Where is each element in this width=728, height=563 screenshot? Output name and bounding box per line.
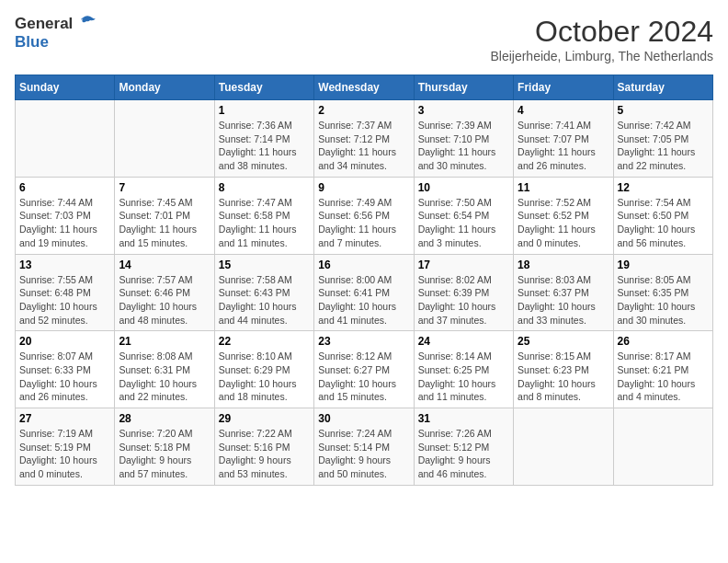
day-number: 30 xyxy=(318,412,409,425)
day-info: Sunrise: 8:08 AM Sunset: 6:31 PM Dayligh… xyxy=(119,350,210,404)
day-info: Sunrise: 7:37 AM Sunset: 7:12 PM Dayligh… xyxy=(318,119,409,173)
day-info: Sunrise: 7:24 AM Sunset: 5:14 PM Dayligh… xyxy=(318,427,409,481)
week-row-2: 6Sunrise: 7:44 AM Sunset: 7:03 PM Daylig… xyxy=(16,177,713,254)
day-info: Sunrise: 7:44 AM Sunset: 7:03 PM Dayligh… xyxy=(19,196,110,250)
day-number: 10 xyxy=(418,181,509,194)
day-cell xyxy=(514,408,613,486)
day-cell: 1Sunrise: 7:36 AM Sunset: 7:14 PM Daylig… xyxy=(214,100,313,178)
day-number: 27 xyxy=(19,412,110,425)
day-info: Sunrise: 7:58 AM Sunset: 6:43 PM Dayligh… xyxy=(219,273,310,327)
day-header-thursday: Thursday xyxy=(414,75,513,100)
day-cell: 16Sunrise: 8:00 AM Sunset: 6:41 PM Dayli… xyxy=(314,254,414,331)
day-cell: 13Sunrise: 7:55 AM Sunset: 6:48 PM Dayli… xyxy=(16,254,115,331)
day-cell xyxy=(115,100,214,178)
day-info: Sunrise: 7:50 AM Sunset: 6:54 PM Dayligh… xyxy=(418,196,509,250)
day-cell: 19Sunrise: 8:05 AM Sunset: 6:35 PM Dayli… xyxy=(613,254,712,331)
page-header: General Blue October 2024 Bleijerheide, … xyxy=(15,15,713,63)
day-number: 26 xyxy=(618,335,709,348)
day-info: Sunrise: 7:26 AM Sunset: 5:12 PM Dayligh… xyxy=(418,427,509,481)
day-number: 2 xyxy=(318,104,409,117)
day-cell: 21Sunrise: 8:08 AM Sunset: 6:31 PM Dayli… xyxy=(115,331,214,408)
calendar-table: SundayMondayTuesdayWednesdayThursdayFrid… xyxy=(15,75,713,486)
day-number: 5 xyxy=(618,104,709,117)
day-number: 6 xyxy=(19,181,110,194)
day-cell: 22Sunrise: 8:10 AM Sunset: 6:29 PM Dayli… xyxy=(214,331,313,408)
day-number: 20 xyxy=(19,335,110,348)
day-number: 12 xyxy=(618,181,709,194)
day-info: Sunrise: 7:19 AM Sunset: 5:19 PM Dayligh… xyxy=(19,427,110,481)
day-number: 7 xyxy=(119,181,210,194)
day-cell: 14Sunrise: 7:57 AM Sunset: 6:46 PM Dayli… xyxy=(115,254,214,331)
day-info: Sunrise: 7:54 AM Sunset: 6:50 PM Dayligh… xyxy=(618,196,709,250)
day-number: 23 xyxy=(318,335,409,348)
day-cell: 5Sunrise: 7:42 AM Sunset: 7:05 PM Daylig… xyxy=(613,100,712,178)
day-cell: 26Sunrise: 8:17 AM Sunset: 6:21 PM Dayli… xyxy=(613,331,712,408)
day-info: Sunrise: 8:05 AM Sunset: 6:35 PM Dayligh… xyxy=(618,273,709,327)
day-cell: 28Sunrise: 7:20 AM Sunset: 5:18 PM Dayli… xyxy=(115,408,214,486)
day-cell: 20Sunrise: 8:07 AM Sunset: 6:33 PM Dayli… xyxy=(16,331,115,408)
day-number: 4 xyxy=(518,104,609,117)
day-header-monday: Monday xyxy=(115,75,214,100)
day-cell: 24Sunrise: 8:14 AM Sunset: 6:25 PM Dayli… xyxy=(414,331,513,408)
day-cell: 17Sunrise: 8:02 AM Sunset: 6:39 PM Dayli… xyxy=(414,254,513,331)
day-number: 17 xyxy=(418,259,509,271)
day-info: Sunrise: 8:12 AM Sunset: 6:27 PM Dayligh… xyxy=(318,350,409,404)
day-info: Sunrise: 7:20 AM Sunset: 5:18 PM Dayligh… xyxy=(119,427,210,481)
day-cell: 7Sunrise: 7:45 AM Sunset: 7:01 PM Daylig… xyxy=(115,177,214,254)
day-header-wednesday: Wednesday xyxy=(314,75,414,100)
day-info: Sunrise: 8:07 AM Sunset: 6:33 PM Dayligh… xyxy=(19,350,110,404)
day-number: 29 xyxy=(219,412,310,425)
day-number: 19 xyxy=(618,259,709,271)
day-number: 8 xyxy=(219,181,310,194)
day-number: 15 xyxy=(219,259,310,271)
week-row-1: 1Sunrise: 7:36 AM Sunset: 7:14 PM Daylig… xyxy=(16,100,713,178)
day-info: Sunrise: 7:45 AM Sunset: 7:01 PM Dayligh… xyxy=(119,196,210,250)
day-number: 16 xyxy=(318,259,409,271)
day-number: 1 xyxy=(219,104,310,117)
logo-bird-icon xyxy=(75,15,96,33)
day-info: Sunrise: 7:52 AM Sunset: 6:52 PM Dayligh… xyxy=(518,196,609,250)
day-number: 22 xyxy=(219,335,310,348)
day-number: 31 xyxy=(418,412,509,425)
week-row-3: 13Sunrise: 7:55 AM Sunset: 6:48 PM Dayli… xyxy=(16,254,713,331)
day-info: Sunrise: 8:00 AM Sunset: 6:41 PM Dayligh… xyxy=(318,273,409,327)
day-cell xyxy=(16,100,115,178)
header-row: SundayMondayTuesdayWednesdayThursdayFrid… xyxy=(16,75,713,100)
title-block: October 2024 Bleijerheide, Limburg, The … xyxy=(490,15,713,63)
day-cell: 29Sunrise: 7:22 AM Sunset: 5:16 PM Dayli… xyxy=(214,408,313,486)
day-number: 3 xyxy=(418,104,509,117)
day-number: 24 xyxy=(418,335,509,348)
day-info: Sunrise: 7:39 AM Sunset: 7:10 PM Dayligh… xyxy=(418,119,509,173)
day-cell: 12Sunrise: 7:54 AM Sunset: 6:50 PM Dayli… xyxy=(613,177,712,254)
day-number: 21 xyxy=(119,335,210,348)
day-info: Sunrise: 8:15 AM Sunset: 6:23 PM Dayligh… xyxy=(518,350,609,404)
day-header-saturday: Saturday xyxy=(613,75,712,100)
month-title: October 2024 xyxy=(490,15,713,49)
day-header-friday: Friday xyxy=(514,75,613,100)
day-info: Sunrise: 8:03 AM Sunset: 6:37 PM Dayligh… xyxy=(518,273,609,327)
day-info: Sunrise: 7:36 AM Sunset: 7:14 PM Dayligh… xyxy=(219,119,310,173)
day-cell: 23Sunrise: 8:12 AM Sunset: 6:27 PM Dayli… xyxy=(314,331,414,408)
day-cell: 18Sunrise: 8:03 AM Sunset: 6:37 PM Dayli… xyxy=(514,254,613,331)
day-info: Sunrise: 7:42 AM Sunset: 7:05 PM Dayligh… xyxy=(618,119,709,173)
day-info: Sunrise: 7:57 AM Sunset: 6:46 PM Dayligh… xyxy=(119,273,210,327)
day-number: 28 xyxy=(119,412,210,425)
day-cell: 6Sunrise: 7:44 AM Sunset: 7:03 PM Daylig… xyxy=(16,177,115,254)
day-cell: 30Sunrise: 7:24 AM Sunset: 5:14 PM Dayli… xyxy=(314,408,414,486)
location: Bleijerheide, Limburg, The Netherlands xyxy=(490,49,713,63)
day-header-tuesday: Tuesday xyxy=(214,75,313,100)
day-cell: 3Sunrise: 7:39 AM Sunset: 7:10 PM Daylig… xyxy=(414,100,513,178)
day-info: Sunrise: 8:17 AM Sunset: 6:21 PM Dayligh… xyxy=(618,350,709,404)
day-info: Sunrise: 8:14 AM Sunset: 6:25 PM Dayligh… xyxy=(418,350,509,404)
day-cell: 2Sunrise: 7:37 AM Sunset: 7:12 PM Daylig… xyxy=(314,100,414,178)
day-number: 14 xyxy=(119,259,210,271)
week-row-5: 27Sunrise: 7:19 AM Sunset: 5:19 PM Dayli… xyxy=(16,408,713,486)
day-cell: 4Sunrise: 7:41 AM Sunset: 7:07 PM Daylig… xyxy=(514,100,613,178)
day-info: Sunrise: 7:49 AM Sunset: 6:56 PM Dayligh… xyxy=(318,196,409,250)
day-cell: 15Sunrise: 7:58 AM Sunset: 6:43 PM Dayli… xyxy=(214,254,313,331)
logo-blue: Blue xyxy=(15,33,49,52)
day-cell: 25Sunrise: 8:15 AM Sunset: 6:23 PM Dayli… xyxy=(514,331,613,408)
day-number: 9 xyxy=(318,181,409,194)
week-row-4: 20Sunrise: 8:07 AM Sunset: 6:33 PM Dayli… xyxy=(16,331,713,408)
calendar-body: 1Sunrise: 7:36 AM Sunset: 7:14 PM Daylig… xyxy=(16,100,713,486)
